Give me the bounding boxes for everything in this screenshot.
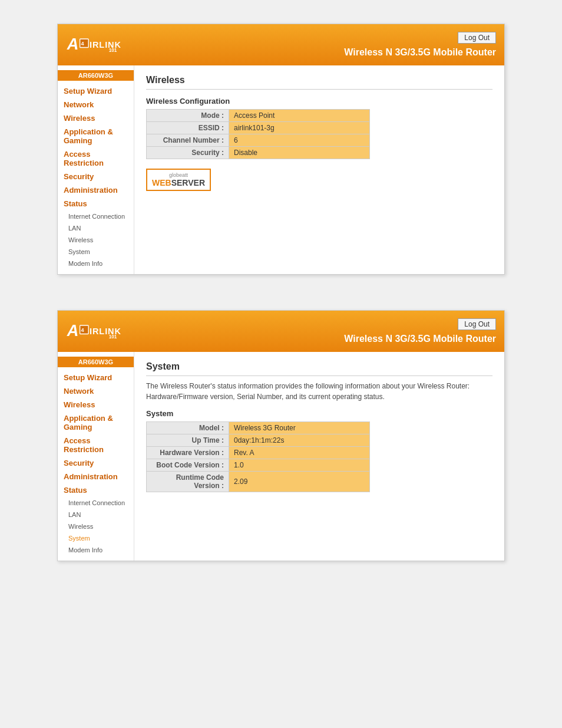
- table-row: Model :Wireless 3G Router: [147, 422, 370, 434]
- sidebar-item-status[interactable]: Status: [58, 483, 134, 497]
- router-title: Wireless N 3G/3.5G Mobile Router: [344, 334, 496, 344]
- sidebar-item-security[interactable]: Security: [58, 456, 134, 470]
- sidebar-item-setup-wizard[interactable]: Setup Wizard: [58, 84, 134, 98]
- table-value: airlink101-3g: [229, 122, 370, 134]
- table-value: 6: [229, 134, 370, 147]
- sidebar-item-wireless[interactable]: Wireless: [58, 234, 134, 246]
- sidebar-item-setup-wizard[interactable]: Setup Wizard: [58, 371, 134, 384]
- table-label: Up Time :: [147, 434, 229, 447]
- svg-text:101: 101: [109, 334, 117, 340]
- panel-body: AR660W3GSetup WizardNetworkWirelessAppli…: [58, 65, 504, 274]
- sidebar-item-wireless[interactable]: Wireless: [58, 111, 134, 125]
- table-row: Hardware Version :Rev. A: [147, 447, 370, 459]
- logo-area: A 4 IRLINK 101: [66, 32, 125, 58]
- table-value: Access Point: [229, 110, 370, 122]
- airlink-logo: A 4 IRLINK 101: [66, 318, 125, 344]
- section-title: Wireless Configuration: [146, 97, 492, 106]
- table-label: Runtime Code Version :: [147, 472, 229, 492]
- webserver-web-label: WEB: [152, 178, 171, 187]
- sidebar-item-status[interactable]: Status: [58, 197, 134, 210]
- table-label: Model :: [147, 422, 229, 434]
- sidebar-item-access-restriction[interactable]: Access Restriction: [58, 434, 134, 456]
- table-label: Mode :: [147, 110, 229, 122]
- table-value: Rev. A: [229, 447, 370, 459]
- sidebar-item-network[interactable]: Network: [58, 98, 134, 111]
- table-label: Channel Number :: [147, 134, 229, 147]
- table-value: 2.09: [229, 472, 370, 492]
- content-area: SystemThe Wireless Router's status infor…: [134, 352, 504, 561]
- logout-button[interactable]: Log Out: [458, 318, 496, 330]
- sidebar-item-modem-info[interactable]: Modem Info: [58, 544, 134, 556]
- content-area: WirelessWireless ConfigurationMode :Acce…: [134, 65, 504, 274]
- sidebar-item-modem-info[interactable]: Modem Info: [58, 258, 134, 269]
- table-value: 0day:1h:1m:22s: [229, 434, 370, 447]
- sidebar-item-administration[interactable]: Administration: [58, 470, 134, 483]
- sidebar-item-application--gaming[interactable]: Application & Gaming: [58, 411, 134, 434]
- router-panel-2: A 4 IRLINK 101 Log OutWireless N 3G/3.5G…: [57, 310, 505, 561]
- table-label: ESSID :: [147, 122, 229, 134]
- sidebar: AR660W3GSetup WizardNetworkWirelessAppli…: [58, 65, 134, 274]
- panel-header: A 4 IRLINK 101 Log OutWireless N 3G/3.5G…: [58, 311, 504, 352]
- table-row: Mode :Access Point: [147, 110, 370, 122]
- table-row: Boot Code Version :1.0: [147, 459, 370, 472]
- webserver-server-label: SERVER: [171, 178, 205, 187]
- section-title: System: [146, 409, 492, 418]
- page-wrapper: A 4 IRLINK 101 Log OutWireless N 3G/3.5G…: [0, 0, 562, 585]
- sidebar-model-label: AR660W3G: [58, 70, 134, 81]
- table-row: Security :Disable: [147, 147, 370, 159]
- airlink-logo: A 4 IRLINK 101: [66, 32, 125, 58]
- panel-header: A 4 IRLINK 101 Log OutWireless N 3G/3.5G…: [58, 24, 504, 65]
- table-row: Runtime Code Version :2.09: [147, 472, 370, 492]
- webserver-badge[interactable]: globeatt WEB SERVER: [146, 169, 211, 191]
- table-label: Security :: [147, 147, 229, 159]
- sidebar-item-access-restriction[interactable]: Access Restriction: [58, 147, 134, 170]
- table-label: Boot Code Version :: [147, 459, 229, 472]
- sidebar-item-security[interactable]: Security: [58, 170, 134, 183]
- description-text: The Wireless Router's status information…: [146, 381, 492, 402]
- table-value: Wireless 3G Router: [229, 422, 370, 434]
- table-value: Disable: [229, 147, 370, 159]
- sidebar-item-internet-connection[interactable]: Internet Connection: [58, 497, 134, 509]
- router-title: Wireless N 3G/3.5G Mobile Router: [344, 47, 496, 58]
- config-table: Mode :Access PointESSID :airlink101-3gCh…: [146, 109, 370, 159]
- sidebar: AR660W3GSetup WizardNetworkWirelessAppli…: [58, 352, 134, 561]
- table-label: Hardware Version :: [147, 447, 229, 459]
- page-title: Wireless: [146, 75, 492, 90]
- sidebar-item-network[interactable]: Network: [58, 384, 134, 398]
- config-table: Model :Wireless 3G RouterUp Time :0day:1…: [146, 421, 370, 492]
- sidebar-item-lan[interactable]: LAN: [58, 509, 134, 521]
- sidebar-item-lan[interactable]: LAN: [58, 222, 134, 234]
- logo-area: A 4 IRLINK 101: [66, 318, 125, 344]
- table-row: ESSID :airlink101-3g: [147, 122, 370, 134]
- table-row: Channel Number :6: [147, 134, 370, 147]
- router-panel-1: A 4 IRLINK 101 Log OutWireless N 3G/3.5G…: [57, 24, 505, 275]
- svg-text:A: A: [67, 321, 79, 340]
- table-row: Up Time :0day:1h:1m:22s: [147, 434, 370, 447]
- logout-button[interactable]: Log Out: [458, 32, 496, 44]
- panel-body: AR660W3GSetup WizardNetworkWirelessAppli…: [58, 352, 504, 561]
- svg-text:A: A: [67, 35, 79, 53]
- sidebar-item-internet-connection[interactable]: Internet Connection: [58, 210, 134, 222]
- webserver-inner: globeatt WEB SERVER: [152, 172, 205, 187]
- header-right: Log OutWireless N 3G/3.5G Mobile Router: [344, 32, 496, 58]
- header-right: Log OutWireless N 3G/3.5G Mobile Router: [344, 318, 496, 344]
- sidebar-item-application--gaming[interactable]: Application & Gaming: [58, 125, 134, 147]
- page-title: System: [146, 361, 492, 376]
- sidebar-item-system[interactable]: System: [58, 532, 134, 544]
- sidebar-item-system[interactable]: System: [58, 246, 134, 258]
- table-value: 1.0: [229, 459, 370, 472]
- sidebar-item-administration[interactable]: Administration: [58, 183, 134, 197]
- svg-text:4: 4: [81, 41, 84, 47]
- sidebar-item-wireless[interactable]: Wireless: [58, 398, 134, 411]
- webserver-top-text: globeatt: [169, 172, 188, 178]
- svg-text:101: 101: [109, 48, 117, 53]
- svg-text:4: 4: [81, 327, 84, 333]
- sidebar-item-wireless[interactable]: Wireless: [58, 521, 134, 532]
- sidebar-model-label: AR660W3G: [58, 357, 134, 367]
